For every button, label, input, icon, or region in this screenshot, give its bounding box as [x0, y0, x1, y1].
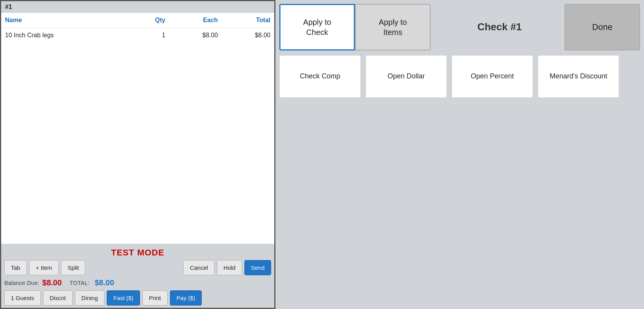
- col-total: Total: [222, 13, 274, 28]
- test-mode-banner: TEST MODE: [4, 246, 271, 260]
- apply-to-items-tab[interactable]: Apply toItems: [355, 4, 431, 50]
- right-content-area: [275, 102, 644, 309]
- check-number: #1: [5, 3, 12, 10]
- item-name: 10 Inch Crab legs: [1, 28, 128, 43]
- balance-amount: $8.00: [42, 278, 62, 287]
- discount-button[interactable]: Open Dollar: [365, 55, 447, 98]
- order-table-area: Name Qty Each Total 10 Inch Crab legs 1 …: [1, 13, 274, 244]
- check-title: Check #1: [435, 4, 564, 50]
- pay-button[interactable]: Pay ($): [170, 290, 202, 306]
- total-label: TOTAL:: [69, 279, 89, 286]
- fast-button[interactable]: Fast ($): [107, 290, 140, 306]
- order-table: Name Qty Each Total 10 Inch Crab legs 1 …: [1, 13, 274, 43]
- hold-button[interactable]: Hold: [217, 260, 242, 275]
- print-button[interactable]: Print: [142, 290, 168, 306]
- col-name: Name: [1, 13, 128, 28]
- bottom-area: TEST MODE Tab + Item Split Cancel Hold S…: [1, 244, 274, 308]
- bottom-row: 1 Guests Discnt Dining Fast ($) Print Pa…: [4, 290, 271, 306]
- item-each: $8.00: [169, 28, 222, 43]
- discount-button[interactable]: Open Percent: [452, 55, 533, 98]
- apply-to-check-label: Apply toCheck: [303, 17, 331, 37]
- item-qty: 1: [128, 28, 169, 43]
- done-button[interactable]: Done: [564, 4, 640, 50]
- discount-button[interactable]: Check Comp: [279, 55, 361, 98]
- add-item-button[interactable]: + Item: [29, 260, 59, 275]
- total-amount: $8.00: [95, 278, 114, 287]
- check-title-label: Check #1: [477, 21, 521, 34]
- item-total: $8.00: [222, 28, 274, 43]
- right-panel: Apply toCheck Apply toItems Check #1 Don…: [275, 0, 644, 309]
- discnt-button[interactable]: Discnt: [43, 290, 73, 306]
- balance-label: Balance Due:: [4, 279, 39, 286]
- guests-button[interactable]: 1 Guests: [4, 290, 41, 306]
- table-row[interactable]: 10 Inch Crab legs 1 $8.00 $8.00: [1, 28, 274, 43]
- send-button[interactable]: Send: [244, 260, 271, 275]
- balance-row: Balance Due: $8.00 TOTAL: $8.00: [4, 278, 271, 287]
- dining-button[interactable]: Dining: [75, 290, 105, 306]
- check-header: #1: [1, 1, 274, 13]
- left-panel: #1 Name Qty Each Total 10 Inch Crab legs…: [0, 0, 275, 309]
- tab-button[interactable]: Tab: [4, 260, 27, 275]
- apply-to-items-label: Apply toItems: [379, 17, 407, 37]
- top-tabs: Apply toCheck Apply toItems Check #1 Don…: [275, 0, 644, 50]
- action-row-1: Tab + Item Split Cancel Hold Send: [4, 260, 271, 275]
- discount-button[interactable]: Menard's Discount: [538, 55, 619, 98]
- apply-to-check-tab[interactable]: Apply toCheck: [279, 4, 355, 50]
- cancel-button[interactable]: Cancel: [183, 260, 215, 275]
- col-each: Each: [169, 13, 222, 28]
- col-qty: Qty: [128, 13, 169, 28]
- discount-buttons-area: Check CompOpen DollarOpen PercentMenard'…: [275, 50, 644, 102]
- split-button[interactable]: Split: [61, 260, 85, 275]
